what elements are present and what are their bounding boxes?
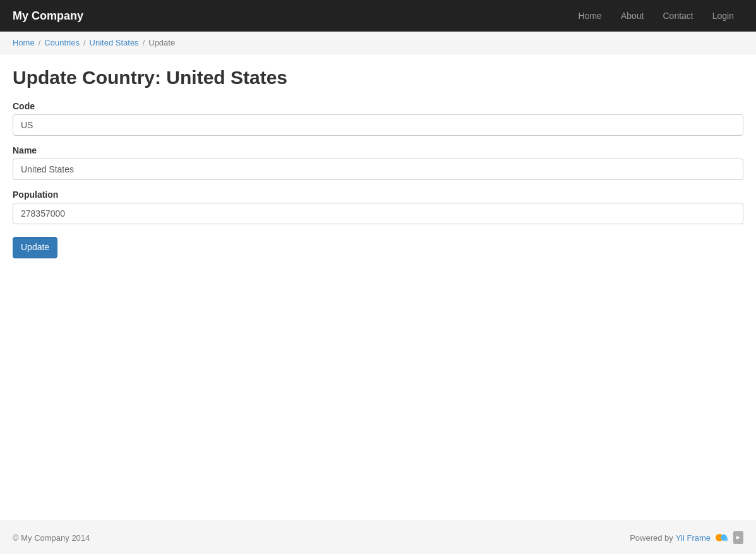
svg-point-2 [724, 538, 728, 541]
footer: © My Company 2014 Powered by Yii Frame ► [0, 521, 756, 554]
nav-link-home[interactable]: Home [569, 2, 611, 30]
breadcrumb-link-countries[interactable]: Countries [44, 38, 80, 47]
nav-link-about[interactable]: About [611, 2, 654, 30]
population-input[interactable] [13, 203, 743, 224]
population-field-group: Population [13, 190, 743, 224]
code-label: Code [13, 101, 743, 111]
nav-link-contact[interactable]: Contact [653, 2, 702, 30]
breadcrumb-label-update: Update [148, 38, 175, 47]
copyright-text: © My Company 2014 [13, 533, 90, 543]
page-title: Update Country: United States [13, 67, 743, 88]
name-input[interactable] [13, 159, 743, 180]
breadcrumb-item-home: Home [13, 38, 35, 47]
scroll-indicator: ► [733, 531, 743, 544]
breadcrumb-item-countries: Countries [35, 38, 80, 47]
population-label: Population [13, 190, 743, 200]
breadcrumb-item-update: Update [139, 38, 176, 47]
yii-logo-icon [714, 531, 728, 545]
breadcrumb-link-home[interactable]: Home [13, 38, 35, 47]
navbar: My Company Home About Contact Login [0, 0, 756, 32]
code-input[interactable] [13, 114, 743, 136]
nav-item-login: Login [703, 2, 743, 30]
nav-item-about: About [611, 2, 654, 30]
update-button[interactable]: Update [13, 237, 57, 258]
name-label: Name [13, 145, 743, 155]
nav-item-contact: Contact [653, 2, 702, 30]
breadcrumb-item-united-states: United States [80, 38, 139, 47]
breadcrumb-link-united-states[interactable]: United States [90, 38, 139, 47]
brand-link[interactable]: My Company [13, 9, 83, 23]
yii-label: Yii Frame [676, 533, 711, 543]
nav-link-login[interactable]: Login [703, 2, 743, 30]
powered-by: Powered by Yii Frame ► [630, 531, 743, 545]
update-form: Code Name Population Update [13, 101, 743, 258]
yii-link[interactable]: Yii Frame [676, 533, 711, 543]
breadcrumb-bar: Home Countries United States Update [0, 32, 756, 54]
nav-item-home: Home [569, 2, 611, 30]
main-content: Update Country: United States Code Name … [0, 54, 756, 521]
powered-by-text: Powered by [630, 533, 673, 543]
nav-menu: Home About Contact Login [569, 2, 743, 30]
code-field-group: Code [13, 101, 743, 136]
name-field-group: Name [13, 145, 743, 180]
breadcrumb: Home Countries United States Update [13, 38, 743, 47]
